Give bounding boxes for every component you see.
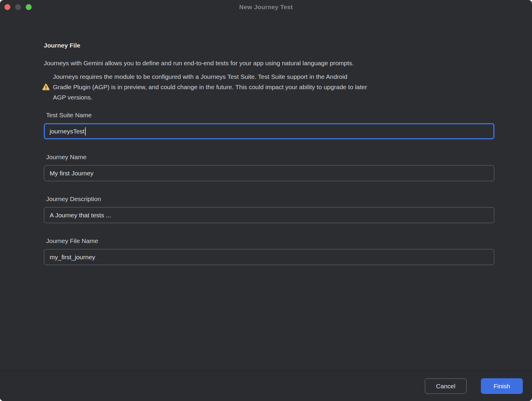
warning-line: Gradle Plugin (AGP) is in preview, and c… [53, 82, 367, 92]
field-journey-name: Journey Name My first Journey [44, 153, 494, 181]
dialog-content: Journey File Journeys with Gemini allows… [0, 42, 532, 265]
warning-triangle-icon [42, 83, 50, 91]
journey-description-value: A Journey that tests ... [50, 212, 111, 219]
close-icon[interactable] [4, 4, 10, 10]
journey-name-value: My first Journey [50, 170, 93, 177]
warning-line: Journeys requires the module to be confi… [53, 71, 367, 82]
finish-button[interactable]: Finish [481, 378, 523, 394]
text-caret [85, 127, 86, 136]
warning-banner: Journeys requires the module to be confi… [42, 71, 494, 102]
journey-file-name-value: my_first_journey [50, 254, 95, 261]
new-journey-test-dialog: New Journey Test Journey File Journeys w… [0, 0, 532, 401]
window-title: New Journey Test [239, 4, 293, 11]
journey-description-input[interactable]: A Journey that tests ... [44, 207, 494, 223]
dialog-footer: Cancel Finish [0, 371, 532, 401]
field-journey-file-name: Journey File Name my_first_journey [44, 237, 494, 265]
zoom-icon[interactable] [26, 4, 32, 10]
journey-name-label: Journey Name [46, 153, 494, 161]
field-journey-description: Journey Description A Journey that tests… [44, 195, 494, 223]
journey-name-input[interactable]: My first Journey [44, 165, 494, 181]
test-suite-name-value: journeysTest [50, 128, 85, 135]
journey-file-name-input[interactable]: my_first_journey [44, 249, 494, 265]
field-test-suite-name: Test Suite Name journeysTest [44, 111, 494, 139]
test-suite-name-label: Test Suite Name [46, 111, 494, 119]
warning-text: Journeys requires the module to be confi… [53, 71, 367, 102]
journey-file-name-label: Journey File Name [46, 237, 494, 245]
titlebar: New Journey Test [0, 0, 532, 14]
cancel-button[interactable]: Cancel [425, 378, 467, 394]
warning-line: AGP versions. [53, 92, 367, 102]
traffic-lights [4, 0, 32, 14]
page-title: Journey File [44, 42, 494, 49]
minimize-icon [15, 4, 21, 10]
test-suite-name-input[interactable]: journeysTest [44, 123, 494, 139]
journey-description-label: Journey Description [46, 195, 494, 203]
intro-text: Journeys with Gemini allows you to defin… [44, 59, 494, 68]
